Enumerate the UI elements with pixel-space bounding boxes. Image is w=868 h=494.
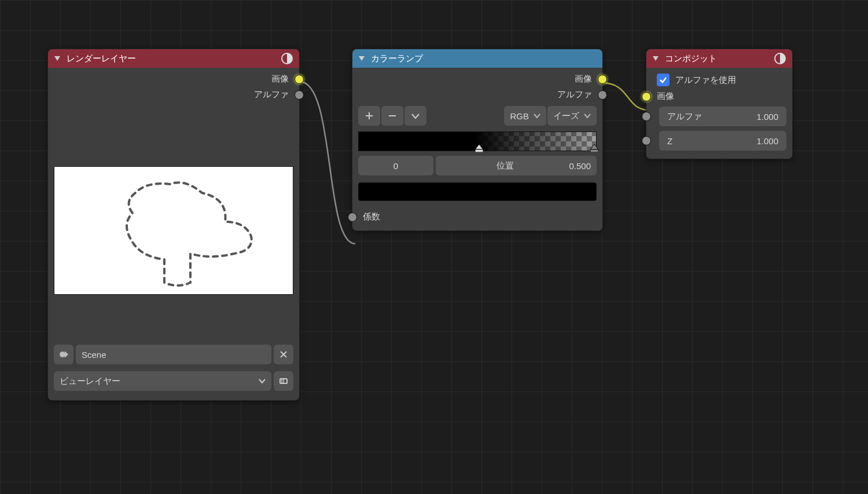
ramp-stop-color[interactable]: [358, 182, 597, 201]
render-preview: [54, 166, 293, 295]
node-header[interactable]: コンポジット: [646, 49, 792, 68]
z-value-field[interactable]: Z 1.000: [659, 131, 786, 151]
node-render-layers[interactable]: レンダーレイヤー 画像 アルファ Scene: [47, 49, 300, 401]
socket-alpha-out[interactable]: [598, 90, 607, 100]
node-header[interactable]: カラーランプ: [352, 49, 602, 68]
node-title: レンダーレイヤー: [67, 53, 136, 64]
alpha-value-field[interactable]: アルファ 1.000: [659, 107, 786, 126]
node-title: カラーランプ: [371, 53, 423, 64]
node-header[interactable]: レンダーレイヤー: [48, 49, 299, 68]
socket-fac-in[interactable]: [348, 213, 357, 222]
ramp-mode-select[interactable]: RGB: [504, 106, 546, 126]
socket-alpha-in[interactable]: [642, 112, 651, 121]
ramp-interp-select[interactable]: イーズ: [547, 106, 597, 126]
scene-field[interactable]: Scene: [76, 345, 271, 364]
viewlayer-field[interactable]: ビューレイヤー: [54, 371, 271, 391]
node-color-ramp[interactable]: カラーランプ 画像 アルファ RGB イー: [352, 49, 603, 231]
input-fac[interactable]: 係数: [352, 209, 602, 225]
collapse-triangle-icon[interactable]: [358, 55, 365, 62]
socket-z-in[interactable]: [642, 136, 651, 145]
ramp-remove-button[interactable]: [381, 106, 403, 126]
output-alpha[interactable]: アルファ: [48, 87, 299, 103]
node-title: コンポジット: [665, 53, 717, 64]
input-z[interactable]: Z 1.000: [646, 129, 792, 153]
ramp-gradient[interactable]: [358, 131, 597, 151]
viewlayer-pin-button[interactable]: [274, 371, 293, 391]
ramp-stop-handle[interactable]: [590, 144, 598, 152]
ramp-add-button[interactable]: [358, 106, 380, 126]
svg-point-1: [60, 352, 65, 357]
output-image[interactable]: 画像: [48, 71, 299, 87]
socket-image-out[interactable]: [598, 75, 607, 84]
output-image[interactable]: 画像: [352, 71, 602, 87]
socket-image-out[interactable]: [295, 75, 304, 84]
scene-clear-button[interactable]: [274, 345, 293, 364]
collapse-triangle-icon[interactable]: [652, 55, 659, 62]
svg-rect-3: [475, 149, 483, 152]
chevron-down-icon: [259, 376, 266, 386]
ramp-specials-button[interactable]: [404, 106, 426, 126]
ramp-stop-handle[interactable]: [475, 144, 483, 152]
input-alpha[interactable]: アルファ 1.000: [646, 104, 792, 129]
input-image[interactable]: 画像: [646, 89, 792, 104]
svg-rect-4: [590, 149, 598, 152]
ramp-stop-index[interactable]: 0: [358, 156, 433, 175]
ramp-position-field[interactable]: 位置 0.500: [436, 156, 597, 175]
node-composite[interactable]: コンポジット アルファを使用 画像 アルファ 1.000 Z 1.: [646, 49, 793, 159]
composite-icon: [774, 52, 786, 65]
chevron-down-icon: [534, 111, 540, 121]
scene-browse-button[interactable]: [54, 345, 73, 364]
socket-alpha-out[interactable]: [295, 90, 304, 100]
socket-image-in[interactable]: [642, 92, 651, 101]
use-alpha-checkbox[interactable]: アルファを使用: [646, 71, 792, 89]
checkbox-checked-icon: [657, 74, 670, 86]
chevron-down-icon: [584, 111, 591, 121]
output-alpha[interactable]: アルファ: [352, 87, 602, 103]
render-layers-icon: [281, 52, 293, 65]
collapse-triangle-icon[interactable]: [54, 55, 61, 62]
